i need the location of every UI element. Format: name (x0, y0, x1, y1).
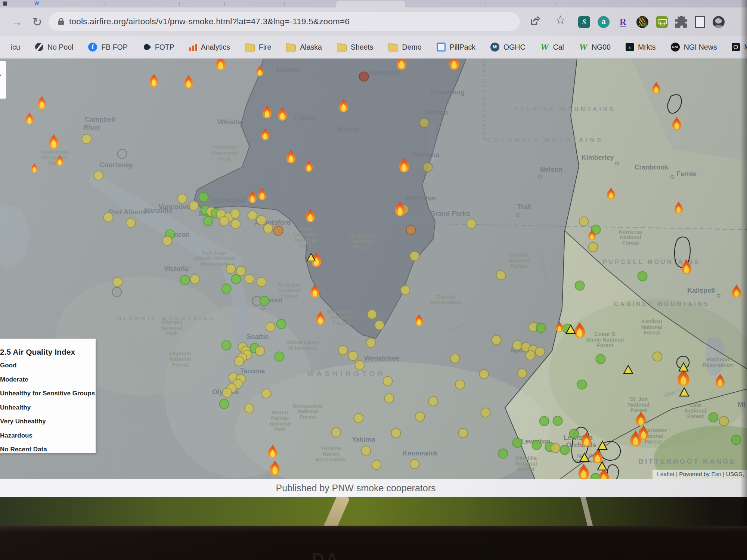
aqi-monitor-marker[interactable] (255, 346, 265, 356)
url-bar[interactable]: tools.airfire.org/airtools/v1/pnw-smoke.… (49, 12, 520, 31)
aqi-monitor-marker[interactable] (375, 321, 384, 330)
aqi-monitor-marker[interactable] (575, 281, 585, 290)
aqi-monitor-marker[interactable] (719, 417, 729, 426)
aqi-monitor-marker[interactable] (526, 351, 535, 360)
aqi-monitor-marker[interactable] (551, 444, 560, 453)
aqi-monitor-marker[interactable] (248, 211, 257, 220)
aqi-monitor-marker[interactable] (245, 274, 254, 284)
fire-icon[interactable] (449, 59, 459, 70)
aqi-monitor-marker[interactable] (429, 397, 438, 406)
aqi-monitor-marker[interactable] (94, 171, 103, 180)
extension-green-print-icon[interactable] (656, 16, 668, 28)
bookmark-demo[interactable]: Demo (388, 43, 422, 52)
aqi-monitor-marker[interactable] (178, 194, 187, 203)
aqi-monitor-marker[interactable] (222, 341, 231, 350)
bookmark-mrkts[interactable]: ▲Mrkts (626, 43, 656, 52)
esri-link[interactable]: Esri (711, 471, 721, 477)
aqi-monitor-marker[interactable] (481, 408, 490, 417)
url-text[interactable]: tools.airfire.org/airtools/v1/pnw-smoke.… (69, 17, 350, 27)
aqi-monitor-marker[interactable] (274, 226, 283, 236)
aqi-monitor-marker[interactable] (204, 217, 213, 226)
aqi-monitor-marker[interactable] (391, 429, 401, 438)
reload-button[interactable]: ↻ (32, 7, 42, 36)
aqi-monitor-marker[interactable] (540, 417, 549, 426)
aqi-monitor-marker[interactable] (570, 429, 579, 439)
extension-purple-letter-icon[interactable]: R (617, 16, 629, 28)
aqi-monitor-marker[interactable] (553, 416, 562, 426)
aqi-monitor-marker[interactable] (362, 446, 371, 455)
aqi-monitor-marker[interactable] (118, 149, 127, 159)
aqi-monitor-marker[interactable] (199, 193, 208, 202)
bookmark-cal[interactable]: WCal (540, 41, 564, 53)
active-tab[interactable] (336, 1, 405, 7)
map-container[interactable]: SELKIRK MOUNTAINSCOLUMBIA MOUNTAINSMONAS… (0, 59, 747, 479)
aqi-monitor-marker[interactable] (536, 323, 546, 333)
bookmark-pillpack[interactable]: PillPack (437, 43, 475, 52)
aqi-monitor-marker[interactable] (113, 277, 123, 287)
bookmark-analytics[interactable]: Analytics (189, 43, 230, 52)
aqi-monitor-marker[interactable] (266, 323, 275, 332)
aqi-monitor-marker[interactable] (372, 460, 381, 470)
bookmark-no-pool[interactable]: No Pool (35, 43, 73, 52)
aqi-monitor-marker[interactable] (257, 277, 266, 287)
aqi-monitor-marker[interactable] (359, 72, 369, 81)
fire-icon[interactable] (397, 59, 406, 70)
aqi-monitor-marker[interactable] (180, 276, 190, 285)
aqi-monitor-marker[interactable] (245, 404, 254, 413)
aqi-monitor-marker[interactable] (223, 388, 232, 398)
aqi-monitor-marker[interactable] (415, 412, 425, 421)
bookmark-sheets[interactable]: Sheets (337, 43, 374, 52)
bookmark-fotp[interactable]: FOTP (143, 43, 174, 52)
aqi-monitor-marker[interactable] (518, 369, 527, 378)
extension-teal-circle-icon[interactable]: a (598, 16, 610, 28)
bookmark-ng00[interactable]: WNG00 (579, 41, 611, 53)
extension-avatar-icon[interactable] (713, 16, 725, 28)
bookmark-ngi-news[interactable]: NGINGI News (671, 43, 717, 52)
aqi-monitor-marker[interactable] (264, 224, 273, 233)
aqi-monitor-marker[interactable] (338, 346, 348, 355)
aqi-monitor-marker[interactable] (496, 271, 506, 280)
bookmark-star-icon[interactable]: ☆ (555, 13, 566, 27)
smoke-map[interactable]: SELKIRK MOUNTAINSCOLUMBIA MOUNTAINSMONAS… (0, 59, 747, 479)
aqi-monitor-marker[interactable] (354, 414, 363, 423)
bookmark-alaska[interactable]: Alaska (286, 43, 322, 52)
aqi-monitor-marker[interactable] (406, 225, 416, 235)
aqi-monitor-marker[interactable] (262, 389, 271, 398)
aqi-monitor-marker[interactable] (732, 435, 741, 445)
aqi-monitor-marker[interactable] (348, 351, 358, 361)
aqi-monitor-marker[interactable] (385, 394, 394, 403)
aqi-monitor-marker[interactable] (231, 209, 240, 218)
bookmark-mc-srv[interactable]: MC SRV (732, 43, 747, 52)
aqi-monitor-marker[interactable] (410, 252, 419, 261)
aqi-monitor-marker[interactable] (104, 213, 113, 222)
extension-teal-square-icon[interactable]: S (578, 16, 590, 28)
aqi-monitor-marker[interactable] (577, 380, 587, 389)
extension-puzzle-icon[interactable] (675, 16, 687, 28)
forward-button[interactable]: → (11, 7, 22, 36)
aqi-monitor-marker[interactable] (591, 473, 601, 479)
aqi-monitor-marker[interactable] (257, 216, 266, 225)
aqi-monitor-marker[interactable] (536, 347, 545, 357)
aqi-monitor-marker[interactable] (235, 357, 244, 366)
aqi-monitor-marker[interactable] (513, 341, 522, 350)
aqi-monitor-marker[interactable] (260, 296, 269, 306)
aqi-monitor-marker[interactable] (112, 287, 122, 297)
aqi-monitor-marker[interactable] (383, 377, 393, 386)
aqi-monitor-marker[interactable] (532, 441, 542, 450)
aqi-monitor-marker[interactable] (589, 243, 598, 252)
aqi-monitor-marker[interactable] (275, 352, 284, 361)
bookmark-fb-fop[interactable]: fFB FOP (88, 43, 127, 52)
aqi-monitor-marker[interactable] (653, 352, 662, 361)
aqi-monitor-marker[interactable] (420, 118, 429, 128)
aqi-monitor-marker[interactable] (236, 267, 246, 276)
bookmark-icu[interactable]: icu (6, 43, 20, 52)
aqi-monitor-marker[interactable] (226, 264, 236, 274)
extension-gold-circle-icon[interactable] (636, 16, 648, 28)
aqi-monitor-marker[interactable] (480, 370, 489, 379)
aqi-monitor-marker[interactable] (126, 218, 136, 228)
aqi-monitor-marker[interactable] (163, 236, 172, 246)
aqi-monitor-marker[interactable] (709, 413, 718, 422)
browser-tab-strip[interactable]: W (0, 0, 747, 7)
aqi-monitor-marker[interactable] (459, 429, 468, 438)
aqi-monitor-marker[interactable] (579, 217, 589, 226)
